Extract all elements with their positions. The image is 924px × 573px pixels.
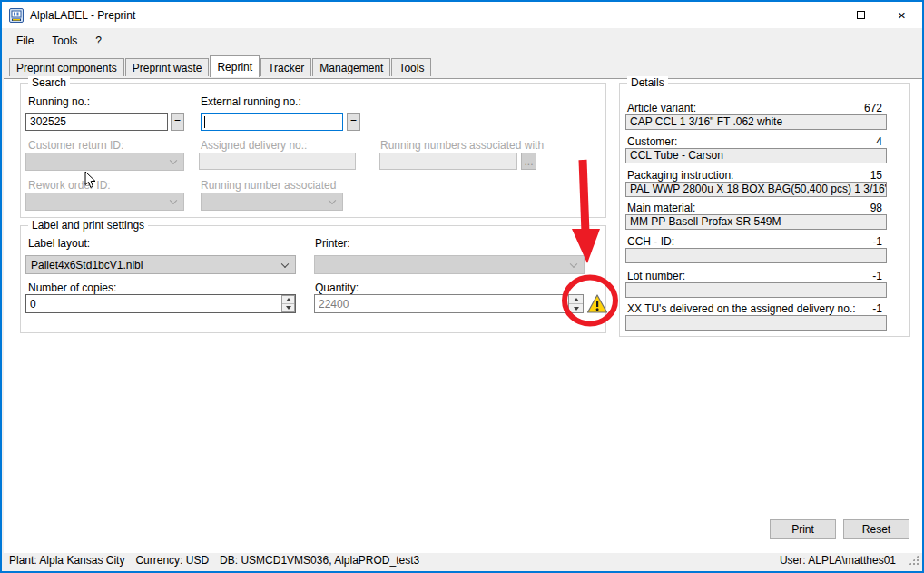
packaging-instruction-number: 15 — [870, 169, 882, 182]
chevron-down-icon — [170, 197, 177, 204]
reprint-tab-page: Search Running no.: = External running n… — [4, 78, 924, 553]
chevron-down-icon — [170, 157, 177, 164]
number-of-copies-spinner[interactable] — [281, 295, 295, 312]
status-user: User: ALPLA\matthes01 — [780, 554, 896, 567]
details-group: Details Article variant: 672 CAP CCL 1 3… — [619, 83, 910, 337]
details-group-legend: Details — [627, 76, 668, 89]
running-numbers-associated-with-input — [379, 153, 517, 170]
cch-id-value — [625, 248, 887, 263]
packaging-instruction-label: Packaging instruction: — [627, 169, 733, 182]
maximize-icon — [857, 11, 865, 19]
search-group-legend: Search — [28, 76, 70, 89]
menu-bar: File Tools ? — [2, 28, 922, 53]
tab-management[interactable]: Management — [312, 58, 390, 76]
chevron-down-icon — [570, 260, 577, 267]
spin-up-button[interactable] — [282, 296, 294, 303]
tab-tracker[interactable]: Tracker — [260, 58, 311, 76]
status-plant: Plant: Alpla Kansas City — [9, 554, 124, 567]
running-numbers-browse-button: ... — [521, 153, 536, 170]
customer-number: 4 — [876, 135, 882, 148]
resize-grip[interactable] — [909, 555, 919, 565]
tab-reprint[interactable]: Reprint — [210, 55, 260, 77]
label-print-settings-group: Label and print settings Label layout: P… — [20, 225, 606, 333]
running-number-associated-combobox — [201, 193, 343, 211]
arrow-up-icon — [574, 298, 579, 301]
customer-value: CCL Tube - Carson — [625, 148, 887, 163]
article-variant-value: CAP CCL 1 3/16" FT .062 white — [625, 114, 887, 130]
external-running-no-equals-button[interactable]: = — [347, 113, 360, 131]
running-numbers-associated-with-label: Running numbers associated with — [380, 139, 544, 152]
assigned-delivery-no-input — [199, 153, 356, 170]
running-number-associated-label: Running number associated — [201, 179, 336, 192]
chevron-down-icon — [281, 260, 289, 267]
arrow-up-icon — [286, 298, 291, 301]
article-variant-label: Article variant: — [627, 102, 696, 114]
maximize-button[interactable] — [840, 2, 881, 28]
rework-order-id-combobox — [25, 193, 184, 211]
chevron-down-icon — [329, 197, 336, 204]
tus-delivered-number: -1 — [872, 302, 882, 315]
customer-return-id-label: Customer return ID: — [28, 139, 123, 152]
print-button[interactable]: Print — [770, 519, 836, 539]
search-group: Search Running no.: = External running n… — [20, 83, 606, 218]
external-running-no-input[interactable] — [201, 113, 343, 131]
quantity-spinner[interactable] — [568, 294, 584, 313]
printer-label: Printer: — [315, 237, 350, 250]
close-button[interactable]: × — [881, 2, 922, 28]
main-material-number: 98 — [870, 202, 882, 214]
packaging-instruction-value: PAL WWP 2800u X 18 BOX BAG(50,400 pcs) 1… — [625, 182, 887, 197]
caption-buttons: × — [800, 2, 922, 28]
spin-up-button[interactable] — [569, 295, 583, 303]
customer-label: Customer: — [627, 135, 677, 148]
number-of-copies-label: Number of copies: — [28, 282, 116, 294]
assigned-delivery-no-label: Assigned delivery no.: — [201, 139, 307, 152]
rework-order-id-label: Rework order ID: — [28, 179, 111, 192]
minimize-icon — [816, 15, 825, 15]
menu-file[interactable]: File — [7, 31, 43, 51]
lot-number-value — [625, 282, 887, 298]
tus-delivered-label: XX TU's delivered on the assigned delive… — [627, 302, 856, 315]
text-caret — [204, 116, 205, 128]
warning-icon — [586, 293, 608, 314]
number-of-copies-input[interactable] — [25, 294, 296, 313]
arrow-down-icon — [286, 306, 291, 310]
cch-id-number: -1 — [872, 235, 882, 248]
settings-group-legend: Label and print settings — [28, 219, 148, 232]
label-layout-combobox[interactable]: Pallet4x6Std1bcV1.nlbl — [25, 255, 296, 274]
window-title: AlplaLABEL - Preprint — [30, 9, 135, 22]
title-bar: AlplaLABEL - Preprint × — [2, 2, 922, 28]
minimize-button[interactable] — [800, 2, 840, 28]
cch-id-label: CCH - ID: — [627, 235, 674, 248]
article-variant-number: 672 — [864, 102, 882, 114]
lot-number-number: -1 — [872, 270, 882, 282]
tab-strip: Preprint components Preprint waste Repri… — [2, 53, 922, 76]
lot-number-label: Lot number: — [627, 270, 685, 282]
tab-tools[interactable]: Tools — [391, 58, 431, 76]
tab-preprint-waste[interactable]: Preprint waste — [125, 58, 210, 76]
status-db: DB: USMCD1VMS036, AlplaPROD_test3 — [220, 554, 419, 567]
customer-return-id-combobox — [25, 153, 184, 171]
running-no-equals-button[interactable]: = — [171, 113, 184, 131]
main-material-value: MM PP Basell Profax SR 549M — [625, 214, 887, 230]
external-running-no-label: External running no.: — [201, 95, 301, 108]
spin-down-button[interactable] — [569, 303, 583, 312]
app-window: AlplaLABEL - Preprint × File Tools ? Pre… — [0, 0, 924, 573]
tab-preprint-components[interactable]: Preprint components — [9, 58, 124, 76]
reset-button[interactable]: Reset — [843, 519, 909, 539]
printer-combobox — [314, 255, 585, 274]
spin-down-button[interactable] — [282, 303, 294, 311]
quantity-label: Quantity: — [315, 282, 359, 294]
menu-tools[interactable]: Tools — [43, 31, 86, 51]
tus-delivered-value — [625, 315, 887, 331]
quantity-input — [314, 294, 567, 313]
arrow-down-icon — [574, 307, 579, 311]
app-icon[interactable] — [9, 8, 24, 23]
main-material-label: Main material: — [627, 202, 695, 214]
running-no-input[interactable] — [25, 113, 168, 131]
status-currency: Currency: USD — [135, 554, 209, 567]
close-icon: × — [898, 8, 906, 22]
running-no-label: Running no.: — [28, 95, 90, 108]
menu-help[interactable]: ? — [86, 31, 111, 51]
label-layout-label: Label layout: — [28, 237, 90, 250]
